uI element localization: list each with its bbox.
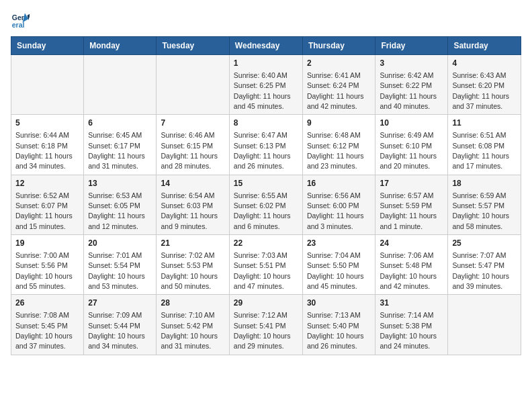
day-number: 18 [452,178,517,189]
calendar-cell [84,55,157,115]
day-info: Sunrise: 6:47 AM Sunset: 6:13 PM Dayligh… [234,131,291,170]
weekday-header: Tuesday [157,37,229,55]
day-number: 1 [234,58,298,69]
day-number: 15 [234,178,298,189]
calendar-cell: 16Sunrise: 6:56 AM Sunset: 6:00 PM Dayli… [302,175,375,234]
calendar-cell: 28Sunrise: 7:10 AM Sunset: 5:42 PM Dayli… [157,295,229,355]
calendar-cell: 13Sunrise: 6:53 AM Sunset: 6:05 PM Dayli… [84,175,157,234]
calendar-week-row: 5Sunrise: 6:44 AM Sunset: 6:18 PM Daylig… [11,115,521,175]
day-number: 22 [234,238,298,249]
calendar-cell: 14Sunrise: 6:54 AM Sunset: 6:03 PM Dayli… [157,175,229,234]
logo: Gen eral [11,11,32,30]
weekday-header: Saturday [448,37,521,55]
calendar-cell: 25Sunrise: 7:07 AM Sunset: 5:47 PM Dayli… [448,235,521,295]
calendar-week-row: 26Sunrise: 7:08 AM Sunset: 5:45 PM Dayli… [11,295,521,355]
day-info: Sunrise: 6:41 AM Sunset: 6:24 PM Dayligh… [307,71,364,110]
calendar-cell: 23Sunrise: 7:04 AM Sunset: 5:50 PM Dayli… [302,235,375,295]
day-info: Sunrise: 6:59 AM Sunset: 5:57 PM Dayligh… [452,191,509,230]
page-header: Gen eral [11,11,521,30]
calendar-cell: 3Sunrise: 6:42 AM Sunset: 6:22 PM Daylig… [375,55,448,115]
weekday-header: Thursday [302,37,375,55]
day-number: 24 [380,238,443,249]
day-info: Sunrise: 6:55 AM Sunset: 6:02 PM Dayligh… [234,191,291,230]
day-info: Sunrise: 6:51 AM Sunset: 6:08 PM Dayligh… [452,131,509,170]
day-info: Sunrise: 7:00 AM Sunset: 5:56 PM Dayligh… [15,251,73,290]
calendar-cell [448,295,521,355]
day-number: 14 [161,178,224,189]
weekday-header-row: SundayMondayTuesdayWednesdayThursdayFrid… [11,37,521,55]
day-info: Sunrise: 7:02 AM Sunset: 5:53 PM Dayligh… [161,251,218,290]
calendar-cell: 1Sunrise: 6:40 AM Sunset: 6:25 PM Daylig… [229,55,302,115]
day-info: Sunrise: 7:01 AM Sunset: 5:54 PM Dayligh… [88,251,145,290]
day-info: Sunrise: 7:13 AM Sunset: 5:40 PM Dayligh… [307,311,364,350]
weekday-header: Wednesday [229,37,302,55]
calendar-week-row: 1Sunrise: 6:40 AM Sunset: 6:25 PM Daylig… [11,55,521,115]
calendar-cell: 9Sunrise: 6:48 AM Sunset: 6:12 PM Daylig… [302,115,375,175]
day-info: Sunrise: 6:40 AM Sunset: 6:25 PM Dayligh… [234,71,291,110]
day-info: Sunrise: 6:46 AM Sunset: 6:15 PM Dayligh… [161,131,218,170]
weekday-header: Friday [375,37,448,55]
day-info: Sunrise: 7:10 AM Sunset: 5:42 PM Dayligh… [161,311,218,350]
calendar-cell: 5Sunrise: 6:44 AM Sunset: 6:18 PM Daylig… [11,115,84,175]
day-info: Sunrise: 7:08 AM Sunset: 5:45 PM Dayligh… [15,311,73,350]
day-number: 23 [307,238,371,249]
day-info: Sunrise: 6:54 AM Sunset: 6:03 PM Dayligh… [161,191,218,230]
day-number: 9 [307,118,371,129]
day-number: 31 [380,298,443,309]
svg-text:eral: eral [12,21,25,29]
calendar-cell: 21Sunrise: 7:02 AM Sunset: 5:53 PM Dayli… [157,235,229,295]
day-info: Sunrise: 7:07 AM Sunset: 5:47 PM Dayligh… [452,251,509,290]
calendar-week-row: 12Sunrise: 6:52 AM Sunset: 6:07 PM Dayli… [11,175,521,234]
day-number: 13 [88,178,152,189]
calendar-cell: 11Sunrise: 6:51 AM Sunset: 6:08 PM Dayli… [448,115,521,175]
day-number: 3 [380,58,443,69]
day-number: 6 [88,118,152,129]
day-number: 25 [452,238,517,249]
calendar-cell: 29Sunrise: 7:12 AM Sunset: 5:41 PM Dayli… [229,295,302,355]
calendar-cell: 20Sunrise: 7:01 AM Sunset: 5:54 PM Dayli… [84,235,157,295]
day-number: 8 [234,118,298,129]
day-number: 30 [307,298,371,309]
day-number: 19 [15,238,79,249]
calendar-cell: 8Sunrise: 6:47 AM Sunset: 6:13 PM Daylig… [229,115,302,175]
day-info: Sunrise: 6:49 AM Sunset: 6:10 PM Dayligh… [380,131,437,170]
day-number: 5 [15,118,79,129]
calendar-cell: 4Sunrise: 6:43 AM Sunset: 6:20 PM Daylig… [448,55,521,115]
day-number: 16 [307,178,371,189]
day-number: 2 [307,58,371,69]
calendar-cell: 24Sunrise: 7:06 AM Sunset: 5:48 PM Dayli… [375,235,448,295]
day-info: Sunrise: 6:42 AM Sunset: 6:22 PM Dayligh… [380,71,437,110]
day-number: 28 [161,298,224,309]
calendar-week-row: 19Sunrise: 7:00 AM Sunset: 5:56 PM Dayli… [11,235,521,295]
day-info: Sunrise: 6:43 AM Sunset: 6:20 PM Dayligh… [452,71,509,110]
day-number: 12 [15,178,79,189]
day-info: Sunrise: 7:09 AM Sunset: 5:44 PM Dayligh… [88,311,145,350]
day-info: Sunrise: 6:45 AM Sunset: 6:17 PM Dayligh… [88,131,145,170]
calendar-cell: 15Sunrise: 6:55 AM Sunset: 6:02 PM Dayli… [229,175,302,234]
day-number: 10 [380,118,443,129]
calendar-cell: 6Sunrise: 6:45 AM Sunset: 6:17 PM Daylig… [84,115,157,175]
day-info: Sunrise: 6:56 AM Sunset: 6:00 PM Dayligh… [307,191,364,230]
day-number: 4 [452,58,517,69]
calendar-cell: 19Sunrise: 7:00 AM Sunset: 5:56 PM Dayli… [11,235,84,295]
weekday-header: Sunday [11,37,84,55]
day-info: Sunrise: 6:52 AM Sunset: 6:07 PM Dayligh… [15,191,73,230]
calendar-cell: 17Sunrise: 6:57 AM Sunset: 5:59 PM Dayli… [375,175,448,234]
calendar-cell: 7Sunrise: 6:46 AM Sunset: 6:15 PM Daylig… [157,115,229,175]
day-number: 27 [88,298,152,309]
day-number: 7 [161,118,224,129]
day-number: 26 [15,298,79,309]
logo-icon: Gen eral [11,11,30,30]
calendar-cell: 31Sunrise: 7:14 AM Sunset: 5:38 PM Dayli… [375,295,448,355]
calendar-cell [11,55,84,115]
day-info: Sunrise: 7:03 AM Sunset: 5:51 PM Dayligh… [234,251,291,290]
calendar-cell: 26Sunrise: 7:08 AM Sunset: 5:45 PM Dayli… [11,295,84,355]
calendar-cell: 30Sunrise: 7:13 AM Sunset: 5:40 PM Dayli… [302,295,375,355]
calendar-cell: 12Sunrise: 6:52 AM Sunset: 6:07 PM Dayli… [11,175,84,234]
calendar-cell [157,55,229,115]
day-number: 29 [234,298,298,309]
calendar-cell: 10Sunrise: 6:49 AM Sunset: 6:10 PM Dayli… [375,115,448,175]
day-info: Sunrise: 6:57 AM Sunset: 5:59 PM Dayligh… [380,191,437,230]
day-number: 21 [161,238,224,249]
weekday-header: Monday [84,37,157,55]
